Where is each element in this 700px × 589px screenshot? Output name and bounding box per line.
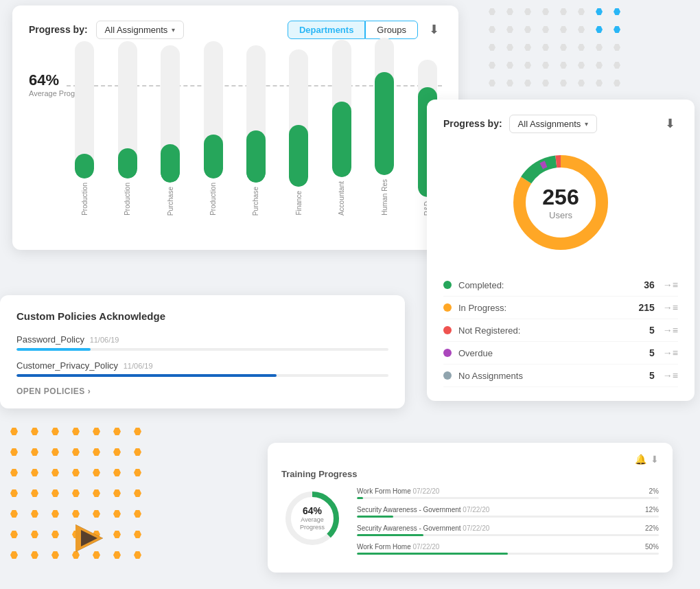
policy-progress-fill: [16, 348, 91, 351]
bar-group: Production: [198, 41, 227, 216]
bar-fill: [246, 130, 266, 183]
bar-fill: [289, 125, 308, 187]
training-icons: 🔔 ⬇: [281, 454, 659, 465]
training-item: Work Form Home 07/22/20 2%: [357, 487, 659, 499]
training-list: Work Form Home 07/22/20 2% Security Awar…: [357, 487, 659, 562]
right-chevron-down-icon: ▾: [585, 120, 588, 128]
bar-label: Human Res: [381, 179, 388, 216]
policy-name: Customer_Privacy_Policy 11/06/19: [16, 360, 388, 371]
policy-item: Customer_Privacy_Policy 11/06/19: [16, 360, 388, 377]
training-avg-percent: 64%: [300, 505, 325, 516]
training-item-name: Work Form Home 07/22/20: [357, 487, 439, 495]
open-policies-link[interactable]: OPEN POLICIES ›: [16, 386, 388, 396]
stat-arrow-icon[interactable]: →≡: [663, 325, 678, 336]
bar-track: [289, 49, 308, 187]
policy-date: 11/06/19: [90, 336, 119, 344]
training-title: Training Progress: [281, 469, 659, 479]
right-panel-header: Progress by: All Assignments ▾ ⬇: [443, 113, 678, 134]
training-bar-fill: [357, 497, 363, 499]
policy-progress-track: [16, 348, 388, 351]
dropdown-label: All Assignments: [105, 25, 168, 35]
training-item-pct: 2%: [649, 487, 659, 495]
stat-arrow-icon[interactable]: →≡: [663, 347, 678, 358]
policy-date: 11/06/19: [124, 362, 153, 370]
training-item-header: Work Form Home 07/22/20 2%: [357, 487, 659, 495]
training-bar-track: [357, 497, 659, 499]
bar-fill: [332, 102, 351, 177]
stat-arrow-icon[interactable]: →≡: [663, 279, 678, 290]
right-dropdown-label: All Assignments: [518, 119, 581, 129]
chevron-down-icon: ▾: [172, 26, 175, 34]
bar-fill: [161, 144, 180, 183]
donut-number: 256: [542, 185, 579, 210]
training-item-header: Security Awareness - Government 07/22/20…: [357, 524, 659, 532]
bar-group: Production: [70, 41, 99, 216]
training-avg-label: AverageProgress: [300, 516, 325, 531]
training-item-pct: 12%: [645, 506, 659, 513]
bar-group: Finance: [284, 49, 313, 216]
tab-departments[interactable]: Departments: [288, 21, 365, 39]
bar-fill: [375, 72, 394, 175]
training-bar-track: [357, 553, 659, 555]
stat-dot: [443, 326, 452, 334]
bar-label: Accountant: [338, 181, 345, 216]
bar-track: [332, 40, 351, 177]
tab-groups[interactable]: Groups: [365, 21, 418, 39]
policy-item: Password_Policy 11/06/19: [16, 334, 388, 351]
right-progress-by-label: Progress by:: [443, 118, 502, 129]
training-bar-track: [357, 516, 659, 518]
stat-label: No Assignments: [458, 371, 634, 381]
bar-chart-area: 64% Average Progress Production Producti…: [29, 51, 442, 243]
training-item: Security Awareness - Government 07/22/20…: [357, 506, 659, 518]
training-item-header: Security Awareness - Government 07/22/20…: [357, 506, 659, 513]
stat-label: In Progress:: [458, 303, 634, 313]
bar-label: Purchase: [252, 187, 259, 216]
bar-track: [161, 45, 180, 183]
stat-dot: [443, 371, 452, 380]
tab-group: Departments Groups: [288, 21, 418, 39]
training-download-button[interactable]: ⬇: [651, 454, 659, 465]
stat-label: Completed:: [458, 280, 634, 290]
training-item-name: Security Awareness - Government 07/22/20: [357, 506, 489, 513]
bar-label: Production: [124, 183, 131, 216]
bar-track: [75, 41, 94, 178]
stat-dot: [443, 281, 452, 289]
bar-chart-card: Progress by: All Assignments ▾ Departmen…: [12, 5, 458, 250]
donut-chart-container: 256 Users: [443, 148, 678, 257]
download-button[interactable]: ⬇: [426, 19, 442, 40]
stat-label: Overdue: [458, 348, 634, 358]
bar-track: [118, 41, 137, 178]
stat-row: Not Registered: 5 →≡: [443, 319, 678, 342]
training-bar-fill: [357, 516, 393, 518]
training-item-pct: 22%: [645, 524, 659, 532]
bell-button[interactable]: 🔔: [635, 454, 646, 465]
right-panel-card: Progress by: All Assignments ▾ ⬇ 256 Use…: [427, 100, 695, 401]
training-item-pct: 50%: [645, 543, 659, 551]
bar-group: Production: [113, 41, 141, 216]
logo-icon: [69, 518, 110, 559]
open-policies-label: OPEN POLICIES: [16, 386, 85, 396]
bar-label: Production: [209, 183, 217, 216]
right-assignments-dropdown[interactable]: All Assignments ▾: [509, 115, 598, 133]
bar-label: Purchase: [167, 187, 174, 216]
stat-rows-container: Completed: 36 →≡ In Progress: 215 →≡ Not…: [443, 274, 678, 387]
bar-track: [204, 41, 223, 178]
bar-track: [246, 45, 266, 183]
training-card: 🔔 ⬇ Training Progress 64% AverageProgres…: [268, 443, 673, 573]
stat-arrow-icon[interactable]: →≡: [663, 302, 678, 313]
policy-progress-track: [16, 374, 388, 377]
bar-fill: [204, 135, 223, 178]
training-bar-fill: [357, 553, 508, 555]
training-bar-track: [357, 534, 659, 536]
policies-card: Custom Policies Acknowledge Password_Pol…: [0, 295, 405, 408]
training-content: 64% AverageProgress Work Form Home 07/22…: [281, 487, 659, 562]
training-item-header: Work Form Home 07/22/20 50%: [357, 543, 659, 551]
bar-chart-header: Progress by: All Assignments ▾ Departmen…: [29, 19, 442, 40]
right-download-button[interactable]: ⬇: [662, 113, 678, 134]
stat-arrow-icon[interactable]: →≡: [663, 370, 678, 381]
bar-group: Human Res: [370, 38, 399, 216]
assignments-dropdown[interactable]: All Assignments ▾: [96, 21, 185, 39]
policy-name: Password_Policy 11/06/19: [16, 334, 388, 345]
stat-value: 36: [634, 279, 655, 290]
logo-area: [69, 518, 110, 562]
